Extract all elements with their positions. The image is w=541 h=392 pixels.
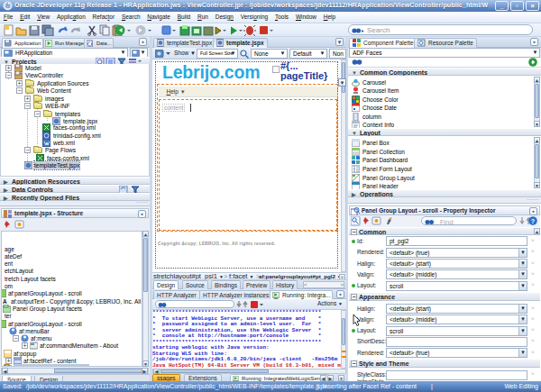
svg-text:?: ? bbox=[531, 218, 535, 224]
